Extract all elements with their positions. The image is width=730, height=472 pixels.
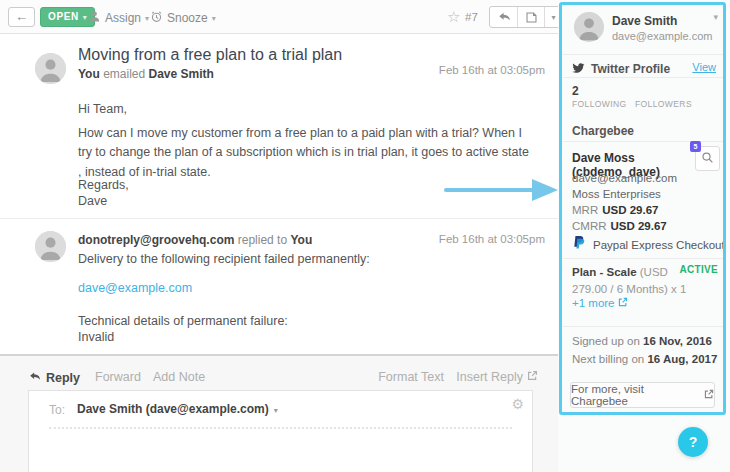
search-icon bbox=[701, 150, 714, 168]
twitter-icon bbox=[572, 60, 585, 78]
cmrr-label: CMRR bbox=[572, 220, 607, 232]
sidebar-divider bbox=[563, 326, 725, 327]
twitter-section-title: Twitter Profile bbox=[591, 62, 670, 76]
payment-method-row: Paypal Express Checkout bbox=[572, 235, 725, 254]
alarm-clock-icon bbox=[150, 10, 163, 26]
assign-dropdown[interactable]: Assign ▾ bbox=[88, 10, 149, 26]
customer-email: dave@example.com bbox=[612, 30, 712, 42]
customer-sidebar: Dave Smith dave@example.com ▾ Twitter Pr… bbox=[558, 0, 730, 472]
message-timestamp: Feb 16th at 03:05pm bbox=[439, 64, 545, 76]
payment-method-label: Paypal Express Checkout bbox=[593, 239, 725, 251]
back-button[interactable]: ← bbox=[8, 7, 35, 27]
cmrr-row: CMRRUSD 29.67 bbox=[572, 220, 667, 232]
cmrr-value: USD 29.67 bbox=[611, 220, 667, 232]
plan-name: Plan - Scale bbox=[572, 266, 637, 278]
next-billing-label: Next billing on bbox=[572, 353, 644, 365]
following-label: FOLLOWING bbox=[572, 99, 627, 109]
tab-reply[interactable]: Reply bbox=[28, 370, 80, 386]
sidebar-divider bbox=[563, 258, 725, 259]
recipient-name: Dave Smith bbox=[149, 67, 214, 81]
next-billing-date: 16 Aug, 2017 bbox=[647, 353, 717, 365]
next-billing-row: Next billing on 16 Aug, 2017 bbox=[572, 353, 717, 365]
shortcut-badge: 5 bbox=[690, 141, 701, 152]
bounced-email-link[interactable]: dave@example.com bbox=[78, 281, 192, 295]
reply-actions-group: ▾ bbox=[489, 6, 563, 28]
external-link-icon bbox=[704, 389, 714, 401]
tab-add-note[interactable]: Add Note bbox=[153, 370, 205, 384]
conversation-toolbar: ← OPEN▾ Assign ▾ Snooze ▾ ☆ #7 ▾ bbox=[0, 0, 558, 34]
back-arrow-icon: ← bbox=[15, 9, 28, 24]
recipient-dropdown[interactable]: Dave Smith (dave@example.com)▾ bbox=[77, 402, 278, 416]
recipient-name: You bbox=[290, 233, 312, 247]
external-link-icon bbox=[618, 297, 628, 309]
assign-label: Assign bbox=[105, 11, 141, 25]
helpdesk-app: ← OPEN▾ Assign ▾ Snooze ▾ ☆ #7 ▾ bbox=[0, 0, 730, 472]
customer-name: Dave Smith bbox=[612, 14, 677, 28]
bounce-line: Delivery to the following recipient fail… bbox=[78, 250, 370, 269]
external-link-icon bbox=[527, 370, 538, 384]
signed-up-row: Signed up on 16 Nov, 2016 bbox=[572, 335, 712, 347]
message-timestamp: Feb 16th at 03:05pm bbox=[439, 233, 545, 245]
gear-icon[interactable]: ⚙ bbox=[511, 396, 524, 412]
ticket-number: #7 bbox=[465, 11, 478, 23]
chevron-down-icon: ▾ bbox=[83, 13, 88, 22]
chevron-down-icon: ▾ bbox=[212, 14, 216, 23]
chevron-down-icon: ▾ bbox=[274, 406, 278, 415]
following-count: 2 bbox=[572, 84, 579, 98]
reply-button[interactable] bbox=[490, 7, 517, 27]
avatar bbox=[574, 12, 604, 42]
compose-box[interactable]: To: Dave Smith (dave@example.com)▾ ⚙ bbox=[28, 390, 533, 472]
mrr-value: USD 29.67 bbox=[602, 204, 658, 216]
sidebar-divider bbox=[563, 77, 725, 78]
plan-summary: Plan - Scale (USD 279.00 / 6 Months) x 1 bbox=[572, 264, 690, 297]
chargebee-email: dave@example.com bbox=[572, 172, 677, 184]
visit-chargebee-button[interactable]: For more, visit Chargebee bbox=[570, 382, 715, 408]
message-byline: You emailed Dave Smith bbox=[78, 67, 214, 81]
help-button[interactable]: ? bbox=[678, 427, 708, 457]
twitter-view-link[interactable]: View bbox=[692, 61, 716, 73]
avatar bbox=[35, 53, 66, 84]
mrr-label: MRR bbox=[572, 204, 598, 216]
twitter-section-header: Twitter Profile bbox=[572, 60, 670, 78]
message-byline: donotreply@groovehq.com replied to You bbox=[78, 233, 312, 247]
paypal-icon bbox=[572, 235, 586, 254]
person-icon bbox=[88, 10, 101, 26]
byline-action: replied to bbox=[238, 233, 287, 247]
recipient-value: Dave Smith (dave@example.com) bbox=[77, 402, 269, 416]
insert-reply-button[interactable]: Insert Reply bbox=[456, 370, 538, 384]
chargebee-company: Moss Enterprises bbox=[572, 188, 661, 200]
snooze-dropdown[interactable]: Snooze ▾ bbox=[150, 10, 216, 26]
to-label: To: bbox=[49, 403, 65, 417]
bounce-reason: Invalid bbox=[78, 328, 114, 347]
composer-area: Reply Forward Add Note Format Text Inser… bbox=[0, 356, 558, 472]
chevron-down-icon: ▾ bbox=[145, 14, 149, 23]
compose-separator bbox=[49, 427, 512, 429]
message-signature: Dave bbox=[78, 192, 107, 211]
more-plans-label: +1 more bbox=[572, 297, 615, 309]
note-button[interactable] bbox=[517, 7, 544, 27]
reply-arrow-icon bbox=[28, 370, 41, 386]
mrr-row: MRRUSD 29.67 bbox=[572, 204, 658, 216]
insert-reply-label: Insert Reply bbox=[456, 370, 523, 384]
tab-forward[interactable]: Forward bbox=[95, 370, 141, 384]
tab-reply-label: Reply bbox=[46, 371, 80, 385]
snooze-label: Snooze bbox=[167, 11, 208, 25]
signed-up-label: Signed up on bbox=[572, 335, 640, 347]
sender-name: donotreply@groovehq.com bbox=[78, 233, 234, 247]
avatar bbox=[35, 231, 66, 262]
conversation-pane: ← OPEN▾ Assign ▾ Snooze ▾ ☆ #7 ▾ bbox=[0, 0, 558, 472]
chargebee-section-title: Chargebee bbox=[572, 124, 634, 138]
collapse-sidebar-caret[interactable]: ▾ bbox=[713, 12, 718, 22]
byline-action: emailed bbox=[103, 67, 145, 81]
signed-up-date: 16 Nov, 2016 bbox=[643, 335, 712, 347]
sender-name: You bbox=[78, 67, 100, 81]
conversation-title: Moving from a free plan to a trial plan bbox=[78, 46, 342, 64]
followers-label: FOLLOWERS bbox=[635, 99, 692, 109]
star-icon[interactable]: ☆ bbox=[447, 8, 460, 26]
plan-status-badge: ACTIVE bbox=[680, 264, 718, 275]
more-plans-link[interactable]: +1 more bbox=[572, 297, 628, 309]
message-greeting: Hi Team, bbox=[78, 100, 127, 119]
format-text-button[interactable]: Format Text bbox=[378, 370, 444, 384]
chevron-down-icon: ▾ bbox=[551, 13, 555, 22]
status-label: OPEN bbox=[48, 11, 79, 22]
